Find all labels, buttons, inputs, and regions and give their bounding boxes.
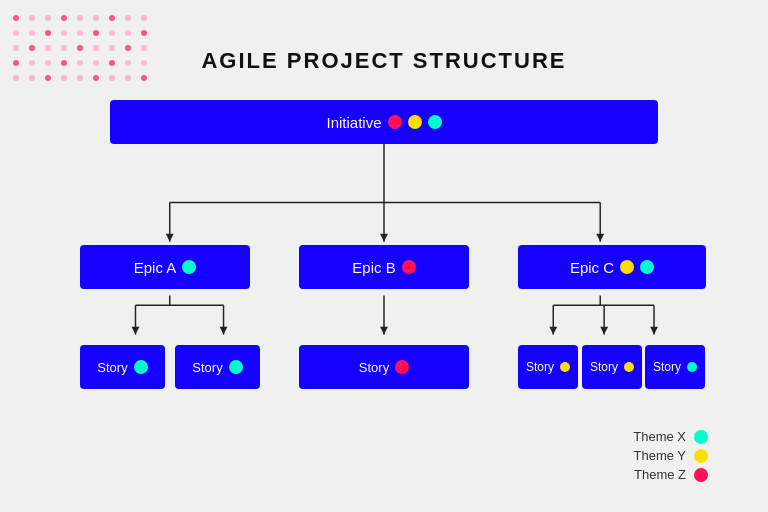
story-3-node: Story	[299, 345, 469, 389]
epic-a-dot-cyan	[182, 260, 196, 274]
epic-a-node: Epic A	[80, 245, 250, 289]
svg-point-39	[109, 30, 115, 36]
svg-point-63	[61, 75, 67, 81]
svg-point-26	[45, 15, 51, 21]
svg-point-65	[93, 75, 99, 81]
svg-marker-5	[166, 234, 174, 242]
epic-a-label: Epic A	[134, 259, 177, 276]
svg-point-46	[77, 45, 83, 51]
svg-point-58	[125, 60, 131, 66]
story-2-node: Story	[175, 345, 260, 389]
story-6-label: Story	[653, 360, 681, 374]
svg-point-44	[45, 45, 51, 51]
epic-c-dot-yellow	[620, 260, 634, 274]
svg-point-41	[141, 30, 147, 36]
svg-point-62	[45, 75, 51, 81]
story-4-label: Story	[526, 360, 554, 374]
svg-point-56	[93, 60, 99, 66]
svg-point-29	[93, 15, 99, 21]
svg-point-34	[29, 30, 35, 36]
legend-theme-y-dot	[694, 449, 708, 463]
svg-point-61	[29, 75, 35, 81]
story-5-label: Story	[590, 360, 618, 374]
story-3-label: Story	[359, 360, 389, 375]
legend-theme-z: Theme Z	[633, 467, 708, 482]
svg-point-55	[77, 60, 83, 66]
story-6-dot	[687, 362, 697, 372]
story-2-label: Story	[192, 360, 222, 375]
svg-point-32	[141, 15, 147, 21]
svg-marker-12	[132, 327, 140, 335]
svg-point-52	[29, 60, 35, 66]
svg-point-30	[109, 15, 115, 21]
svg-marker-7	[596, 234, 604, 242]
legend-theme-z-label: Theme Z	[634, 467, 686, 482]
svg-marker-6	[380, 234, 388, 242]
svg-point-28	[77, 15, 83, 21]
svg-point-50	[141, 45, 147, 51]
svg-point-49	[125, 45, 131, 51]
legend-theme-x-label: Theme X	[633, 429, 686, 444]
story-1-node: Story	[80, 345, 165, 389]
svg-marker-13	[220, 327, 228, 335]
epic-b-node: Epic B	[299, 245, 469, 289]
svg-point-51	[13, 60, 19, 66]
epic-b-label: Epic B	[352, 259, 395, 276]
epic-b-dot-pink	[402, 260, 416, 274]
story-5-dot	[624, 362, 634, 372]
svg-point-36	[61, 30, 67, 36]
legend-theme-x-dot	[694, 430, 708, 444]
legend-theme-x: Theme X	[633, 429, 708, 444]
svg-point-45	[61, 45, 67, 51]
svg-point-57	[109, 60, 115, 66]
svg-point-31	[125, 15, 131, 21]
initiative-dot-cyan	[428, 115, 442, 129]
story-5-node: Story	[582, 345, 642, 389]
svg-point-48	[109, 45, 115, 51]
initiative-label: Initiative	[326, 114, 381, 131]
story-1-dot	[134, 360, 148, 374]
svg-point-37	[77, 30, 83, 36]
svg-point-40	[125, 30, 131, 36]
legend-theme-y-label: Theme Y	[633, 448, 686, 463]
story-1-label: Story	[97, 360, 127, 375]
svg-point-24	[13, 15, 19, 21]
svg-point-27	[61, 15, 67, 21]
svg-marker-23	[650, 327, 658, 335]
story-2-dot	[229, 360, 243, 374]
initiative-dot-yellow	[408, 115, 422, 129]
diagram-container: Initiative Epic A Epic B Epic C Story St…	[60, 90, 708, 452]
svg-point-42	[13, 45, 19, 51]
svg-point-33	[13, 30, 19, 36]
svg-point-35	[45, 30, 51, 36]
legend-theme-z-dot	[694, 468, 708, 482]
svg-point-64	[77, 75, 83, 81]
legend: Theme X Theme Y Theme Z	[633, 429, 708, 482]
svg-marker-15	[380, 327, 388, 335]
svg-point-43	[29, 45, 35, 51]
story-4-dot	[560, 362, 570, 372]
epic-c-dot-cyan	[640, 260, 654, 274]
initiative-dot-pink	[388, 115, 402, 129]
svg-point-54	[61, 60, 67, 66]
svg-point-67	[125, 75, 131, 81]
svg-point-66	[109, 75, 115, 81]
svg-point-68	[141, 75, 147, 81]
svg-marker-22	[600, 327, 608, 335]
svg-point-53	[45, 60, 51, 66]
decorative-dot-grid	[8, 8, 163, 93]
svg-point-59	[141, 60, 147, 66]
legend-theme-y: Theme Y	[633, 448, 708, 463]
svg-marker-21	[549, 327, 557, 335]
svg-point-60	[13, 75, 19, 81]
svg-point-25	[29, 15, 35, 21]
story-6-node: Story	[645, 345, 705, 389]
epic-c-label: Epic C	[570, 259, 614, 276]
story-3-dot	[395, 360, 409, 374]
svg-point-38	[93, 30, 99, 36]
svg-point-47	[93, 45, 99, 51]
story-4-node: Story	[518, 345, 578, 389]
epic-c-node: Epic C	[518, 245, 706, 289]
initiative-node: Initiative	[110, 100, 658, 144]
